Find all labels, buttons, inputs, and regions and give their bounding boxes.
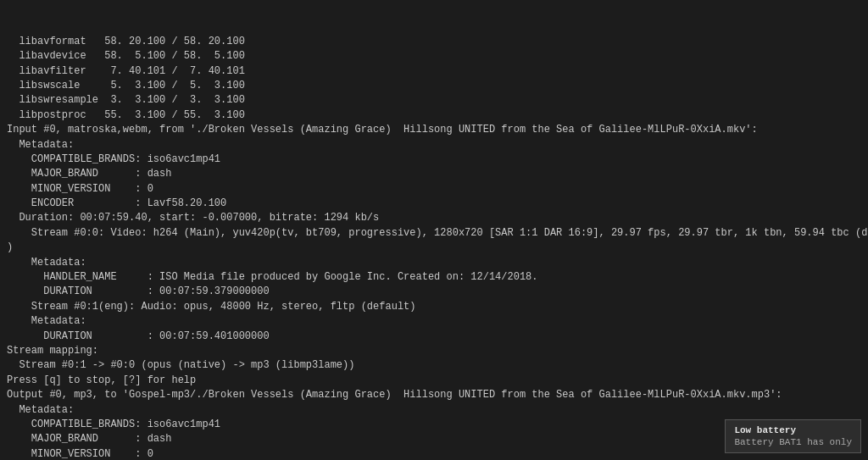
terminal-line: libavformat 58. 20.100 / 58. 20.100 [7, 35, 861, 49]
terminal-line: libpostproc 55. 3.100 / 55. 3.100 [7, 108, 861, 123]
terminal-line: Stream mapping: [7, 344, 861, 358]
terminal-line: COMPATIBLE_BRANDS: iso6avc1mp41 [7, 152, 861, 167]
terminal-line: MINOR_VERSION : 0 [7, 182, 861, 197]
terminal-line: DURATION : 00:07:59.401000000 [7, 330, 861, 344]
terminal-line: DURATION : 00:07:59.379000000 [7, 285, 861, 299]
terminal-line: libswscale 5. 3.100 / 5. 3.100 [7, 79, 861, 93]
terminal-line: Duration: 00:07:59.40, start: -0.007000,… [7, 211, 861, 225]
terminal-line: MAJOR_BRAND : dash [7, 167, 861, 181]
terminal-line: Metadata: [7, 314, 861, 329]
battery-body: Battery BAT1 has only [734, 437, 852, 447]
battery-notification: Low battery Battery BAT1 has only [725, 419, 861, 453]
terminal-line: libavfilter 7. 40.101 / 7. 40.101 [7, 64, 861, 79]
terminal-line: Stream #0:1 -> #0:0 (opus (native) -> mp… [7, 358, 861, 373]
terminal-output: libavformat 58. 20.100 / 58. 20.100 liba… [7, 5, 861, 460]
terminal-line: Metadata: [7, 256, 861, 270]
battery-title: Low battery [734, 425, 852, 435]
terminal-line: Metadata: [7, 403, 861, 418]
terminal-line: libswresample 3. 3.100 / 3. 3.100 [7, 93, 861, 108]
terminal-line: HANDLER_NAME : ISO Media file produced b… [7, 270, 861, 285]
terminal-line: Press [q] to stop, [?] for help [7, 374, 861, 388]
terminal-line: Output #0, mp3, to 'Gospel-mp3/./Broken … [7, 388, 861, 402]
terminal-line: ) [7, 241, 861, 255]
terminal-line: Input #0, matroska,webm, from './Broken … [7, 123, 861, 137]
terminal-line: ENCODER : Lavf58.20.100 [7, 197, 861, 211]
terminal-line: Stream #0:0: Video: h264 (Main), yuv420p… [7, 226, 861, 241]
terminal-line: Metadata: [7, 138, 861, 152]
terminal-line: Stream #0:1(eng): Audio: opus, 48000 Hz,… [7, 300, 861, 314]
terminal-window: libavformat 58. 20.100 / 58. 20.100 liba… [0, 0, 868, 460]
terminal-line: libavdevice 58. 5.100 / 58. 5.100 [7, 49, 861, 64]
